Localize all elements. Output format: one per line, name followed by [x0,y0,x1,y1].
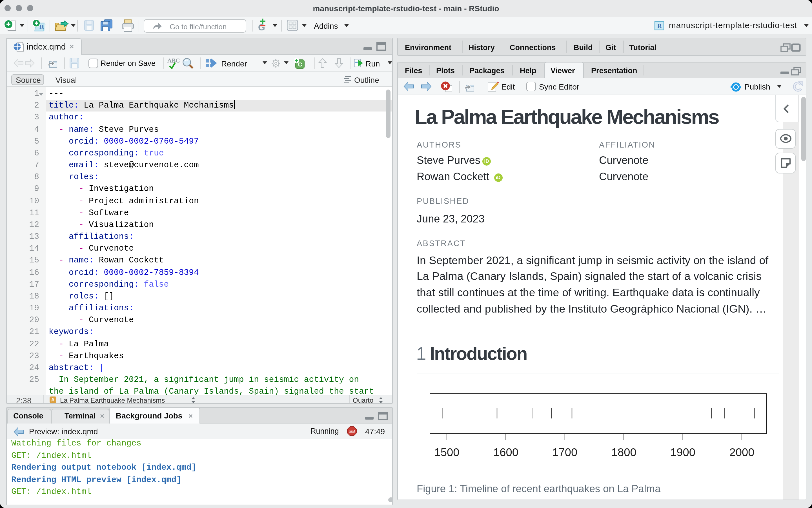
svg-text:STOP: STOP [349,430,355,432]
svg-text:1600: 1600 [493,446,518,458]
svg-text:R: R [39,23,44,30]
svg-text:1700: 1700 [552,446,577,458]
svg-text:1900: 1900 [670,446,695,458]
svg-text:R: R [657,22,662,29]
svg-text:1500: 1500 [434,446,459,458]
svg-text:ABC: ABC [167,57,179,64]
svg-text:G: G [258,22,265,32]
svg-text:2000: 2000 [729,446,754,458]
svg-text:1800: 1800 [611,446,636,458]
